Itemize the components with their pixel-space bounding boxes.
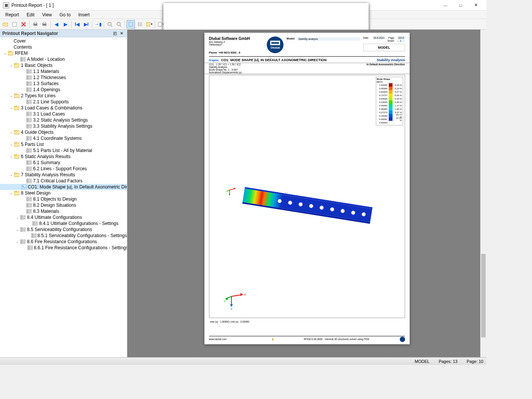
collapse-icon[interactable]: ⌄ — [9, 94, 14, 98]
tree-item[interactable]: 8.2 Design Situations — [0, 202, 127, 208]
tree-item[interactable]: 8.5.1 Serviceability Configurations - Se… — [0, 233, 127, 239]
collapse-icon[interactable]: ⌄ — [9, 106, 14, 110]
svg-rect-72 — [14, 130, 16, 131]
tree-label: 4 Guide Objects — [21, 130, 54, 135]
tree-item[interactable]: 7.1 Critical Load Factors — [0, 178, 127, 184]
tree-item[interactable]: A Model - Location — [0, 56, 127, 62]
navigator-tree[interactable]: CoverContents⌄RFEMA Model - Location⌄1 B… — [0, 37, 127, 357]
collapse-icon[interactable]: ⌄ — [3, 51, 8, 55]
export-icon[interactable]: ▾ — [145, 20, 153, 28]
svg-rect-13 — [129, 22, 133, 26]
tree-item[interactable]: ⌄RFEM — [0, 50, 127, 56]
tree-item[interactable]: CO1: Mode Shape |u|, In Default Axonomet… — [0, 184, 127, 190]
tree-item[interactable]: Cover — [0, 38, 127, 44]
tree-item[interactable]: ⌄8 Steel Design — [0, 190, 127, 196]
save-icon[interactable] — [10, 20, 19, 28]
tree-item[interactable]: ⌄8.4 Ultimate Configurations — [0, 214, 127, 220]
menu-report[interactable]: Report — [2, 11, 23, 18]
tree-item[interactable]: 8.4.1 Ultimate Configurations - Settings — [0, 220, 127, 226]
last-page-icon[interactable]: ▶I — [82, 20, 90, 28]
company-addr1: Am Zellweg 2 — [209, 41, 264, 43]
table-icon — [26, 166, 32, 171]
tree-item[interactable]: 2.1 Line Supports — [0, 99, 127, 105]
first-page-icon[interactable]: I◀ — [73, 20, 81, 28]
tree-item[interactable]: 1.1 Materials — [0, 68, 127, 74]
close-button[interactable]: ✕ — [468, 0, 483, 11]
select-mode-icon[interactable] — [127, 20, 135, 28]
print-preview-icon[interactable] — [40, 20, 49, 28]
separator — [92, 21, 92, 28]
tree-item[interactable]: ⌄1 Basic Objects — [0, 62, 127, 68]
delete-icon[interactable] — [19, 20, 28, 28]
tree-item[interactable]: 6.2 Lines - Support Forces — [0, 166, 127, 172]
company-phone: Phone: +49 9673 9203 - 0 — [209, 51, 264, 54]
menu-edit[interactable]: Edit — [23, 11, 38, 18]
table-icon — [20, 239, 26, 244]
collapse-icon[interactable]: ⌄ — [9, 173, 14, 177]
tree-item[interactable]: 3.2 Static Analysis Settings — [0, 117, 127, 123]
tree-item[interactable]: ⌄3 Load Cases & Combinations — [0, 105, 127, 111]
menu-view[interactable]: View — [38, 11, 56, 18]
tree-item[interactable]: 4.1 Coordinate Systems — [0, 135, 127, 141]
svg-rect-89 — [26, 166, 32, 171]
next-page-icon[interactable]: ▶ — [61, 20, 70, 28]
tree-item[interactable]: ⌄6 Static Analysis Results — [0, 154, 127, 160]
tree-item[interactable]: 3.1 Load Cases — [0, 111, 127, 117]
app-icon: ▦ — [3, 2, 9, 8]
tree-item[interactable]: 8.1 Objects to Design — [0, 196, 127, 202]
collapse-icon[interactable]: ⌄ — [15, 215, 20, 219]
collapse-icon[interactable]: ⌄ — [15, 240, 20, 244]
print-icon[interactable] — [31, 20, 40, 28]
tree-item[interactable]: 8.3 Materials — [0, 208, 127, 214]
tree-item[interactable]: ⌄2 Types for Lines — [0, 93, 127, 99]
collapse-icon[interactable]: ⌄ — [9, 130, 14, 134]
goto-page-icon[interactable]: →▮ — [94, 20, 102, 28]
tree-label: 2 Types for Lines — [21, 93, 55, 98]
separator — [29, 21, 30, 28]
menu-go-to[interactable]: Go to — [56, 11, 74, 18]
tree-item[interactable]: 8.6.1 Fire Resistance Configurations - S… — [0, 245, 127, 251]
folder-icon — [14, 142, 20, 147]
svg-rect-6 — [34, 22, 37, 24]
tree-item[interactable]: Contents — [0, 44, 127, 50]
svg-rect-102 — [14, 191, 16, 192]
tree-item[interactable]: 5.1 Parts List - All by Material — [0, 147, 127, 154]
scrollbar-thumb[interactable] — [481, 254, 486, 337]
tree-item[interactable]: 1.4 Openings — [0, 87, 127, 93]
menu-insert[interactable]: Insert — [74, 11, 93, 18]
zoom-in-icon[interactable] — [106, 20, 114, 28]
table-icon — [20, 227, 26, 232]
collapse-icon[interactable]: ⌄ — [9, 191, 14, 195]
preview-area[interactable]: Dlubal Software GmbH Am Zellweg 2 Tiefen… — [127, 30, 486, 357]
navigator-panel: Printout Report Navigator ◰ ✕ CoverConte… — [0, 30, 127, 357]
tree-item[interactable]: 1.2 Thicknesses — [0, 74, 127, 81]
collapse-icon[interactable]: ⌄ — [9, 155, 14, 158]
table-icon — [27, 245, 33, 250]
tree-item[interactable]: 6.1 Summary — [0, 160, 127, 166]
layout-icon[interactable] — [136, 20, 144, 28]
collapse-icon[interactable]: ⌄ — [15, 228, 20, 231]
zoom-out-icon[interactable] — [115, 20, 123, 28]
open-icon[interactable] — [1, 20, 10, 28]
tree-item[interactable]: ⌄4 Guide Objects — [0, 129, 127, 135]
separator — [50, 21, 51, 28]
tree-item[interactable]: 1.3 Surfaces — [0, 81, 127, 87]
maximize-button[interactable]: □ — [453, 0, 468, 11]
svg-rect-35 — [26, 69, 32, 74]
tree-item[interactable]: ⌄5 Parts List — [0, 141, 127, 147]
undock-icon[interactable]: ◰ — [112, 30, 118, 36]
company-block: Dlubal Software GmbH Am Zellweg 2 Tiefen… — [209, 36, 264, 54]
tree-label: 7 Stability Analysis Results — [21, 172, 75, 177]
collapse-icon[interactable]: ⌄ — [9, 142, 14, 146]
tree-item[interactable]: ⌄8.5 Serviceability Configurations — [0, 226, 127, 233]
collapse-icon[interactable]: ⌄ — [9, 63, 14, 67]
tree-item[interactable]: ⌄8.6 Fire Resistance Configurations — [0, 239, 127, 245]
vertical-scrollbar[interactable] — [480, 30, 486, 357]
tree-label: 1.4 Openings — [33, 87, 60, 92]
tree-item[interactable]: ⌄7 Stability Analysis Results — [0, 172, 127, 178]
minimize-button[interactable]: — — [438, 0, 453, 11]
prev-page-icon[interactable]: ◀ — [52, 20, 60, 28]
close-panel-icon[interactable]: ✕ — [119, 30, 125, 36]
tree-item[interactable]: 3.3 Stability Analysis Settings — [0, 123, 127, 129]
tree-label: 6.1 Summary — [33, 160, 60, 165]
